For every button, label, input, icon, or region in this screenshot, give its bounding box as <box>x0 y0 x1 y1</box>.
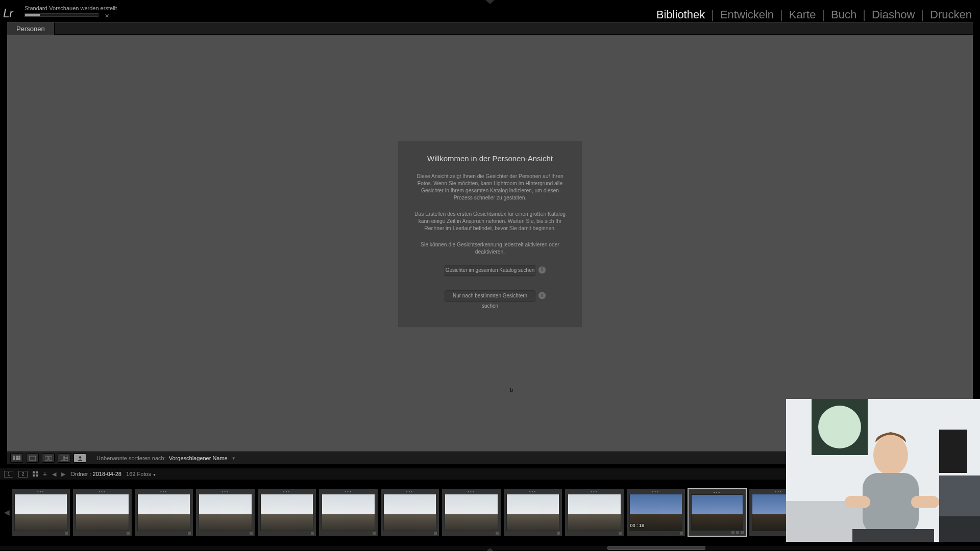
svg-rect-22 <box>863 473 919 534</box>
people-view-icon[interactable] <box>74 454 86 463</box>
svg-rect-3 <box>13 458 15 460</box>
thumbnail[interactable]: ••• <box>195 488 255 537</box>
find-all-faces-button[interactable]: Gesichter im gesamten Katalog suchen <box>445 265 535 276</box>
find-specific-faces-button[interactable]: Nur nach bestimmten Gesichtern suchen <box>445 290 535 302</box>
module-switcher: Bibliothek| Entwickeln| Karte| Buch| Dia… <box>654 8 974 21</box>
webcam-overlay <box>786 399 980 542</box>
svg-rect-5 <box>18 458 20 460</box>
svg-rect-7 <box>45 456 48 460</box>
video-duration: 00 : 19 <box>630 523 645 528</box>
view-tabs-bar: Personen <box>7 22 973 35</box>
add-icon[interactable]: + <box>43 470 47 478</box>
svg-rect-24 <box>911 496 939 508</box>
loupe-view-icon[interactable] <box>26 454 39 463</box>
svg-point-21 <box>873 435 908 475</box>
module-karte[interactable]: Karte <box>787 8 818 21</box>
svg-rect-10 <box>64 456 68 458</box>
svg-rect-16 <box>36 474 38 477</box>
svg-rect-27 <box>939 516 980 542</box>
dialog-title: Willkommen in der Personen-Ansicht <box>404 154 576 163</box>
thumbnail-video[interactable]: •••00 : 19 <box>626 488 685 537</box>
svg-rect-0 <box>13 456 15 458</box>
chevron-down-icon[interactable]: ▼ <box>232 456 236 461</box>
svg-rect-25 <box>939 430 967 473</box>
info-icon[interactable]: i <box>538 292 546 299</box>
thumbnail[interactable]: ••• <box>134 488 193 537</box>
app-logo: Lr <box>3 7 13 20</box>
dialog-paragraph: Sie können die Gesichtserkennung jederze… <box>413 241 567 256</box>
panel-handle-top[interactable] <box>485 0 495 4</box>
background-task-progress <box>24 13 99 17</box>
svg-rect-28 <box>852 529 934 542</box>
thumbnail-selected[interactable]: ••• <box>688 488 747 537</box>
background-task-label: Standard-Vorschauen werden erstellt <box>24 5 117 11</box>
svg-rect-13 <box>33 471 35 473</box>
people-welcome-dialog: Willkommen in der Personen-Ansicht Diese… <box>398 141 582 327</box>
svg-point-19 <box>818 406 861 448</box>
svg-rect-9 <box>61 456 63 461</box>
thumbnail[interactable]: ••• <box>442 488 501 537</box>
title-bar: Lr Standard-Vorschauen werden erstellt ✕… <box>0 0 980 20</box>
secondary-monitor-2-icon[interactable]: 2 <box>18 471 28 478</box>
filmstrip-source[interactable]: Ordner : 2018-04-28 169 Fotos ▼ <box>70 471 156 477</box>
chevron-down-icon[interactable]: ▼ <box>153 473 156 477</box>
module-entwickeln[interactable]: Entwickeln <box>718 8 776 21</box>
svg-rect-4 <box>16 458 18 460</box>
thumbnail[interactable]: ••• <box>72 488 132 537</box>
thumbnail[interactable]: ••• <box>503 488 562 537</box>
info-icon[interactable]: i <box>538 266 546 273</box>
survey-view-icon[interactable] <box>58 454 70 463</box>
sort-label: Unbenannte sortieren nach: <box>96 455 166 461</box>
svg-rect-14 <box>36 471 38 473</box>
grid-mini-icon[interactable] <box>33 471 38 477</box>
svg-rect-1 <box>16 456 18 458</box>
compare-view-icon[interactable] <box>42 454 55 463</box>
svg-rect-8 <box>49 456 52 460</box>
svg-rect-2 <box>18 456 20 458</box>
filmstrip-prev-icon[interactable]: ◀ <box>4 489 9 535</box>
tab-personen[interactable]: Personen <box>7 22 55 35</box>
svg-rect-6 <box>30 456 36 460</box>
main-canvas: Willkommen in der Personen-Ansicht Diese… <box>7 35 973 452</box>
grid-view-icon[interactable] <box>10 454 23 463</box>
thumbnail[interactable]: ••• <box>318 488 378 537</box>
dialog-paragraph: Das Erstellen des ersten Gesichtsindex f… <box>413 211 567 232</box>
nav-back-icon[interactable]: ◀ <box>52 471 56 478</box>
svg-rect-11 <box>64 459 68 461</box>
svg-rect-23 <box>845 496 870 508</box>
thumbnail[interactable]: ••• <box>380 488 439 537</box>
thumbnail[interactable]: ••• <box>11 488 70 537</box>
module-buch[interactable]: Buch <box>829 8 859 21</box>
secondary-monitor-1-icon[interactable]: 1 <box>4 471 13 478</box>
module-drucken[interactable]: Drucken <box>928 8 974 21</box>
cursor-caret: b <box>510 387 513 393</box>
panel-handle-bottom[interactable] <box>485 548 495 551</box>
thumbnail[interactable]: ••• <box>565 488 624 537</box>
thumbnail[interactable]: ••• <box>257 488 316 537</box>
sort-value[interactable]: Vorgeschlagener Name <box>169 455 228 461</box>
svg-point-12 <box>79 456 81 458</box>
svg-rect-15 <box>33 474 35 477</box>
nav-forward-icon[interactable]: ▶ <box>61 471 65 478</box>
background-task-close-icon[interactable]: ✕ <box>105 13 109 19</box>
dialog-paragraph: Diese Ansicht zeigt Ihnen die Gesichter … <box>413 173 567 202</box>
module-diashow[interactable]: Diashow <box>870 8 917 21</box>
module-bibliothek[interactable]: Bibliothek <box>654 8 707 21</box>
